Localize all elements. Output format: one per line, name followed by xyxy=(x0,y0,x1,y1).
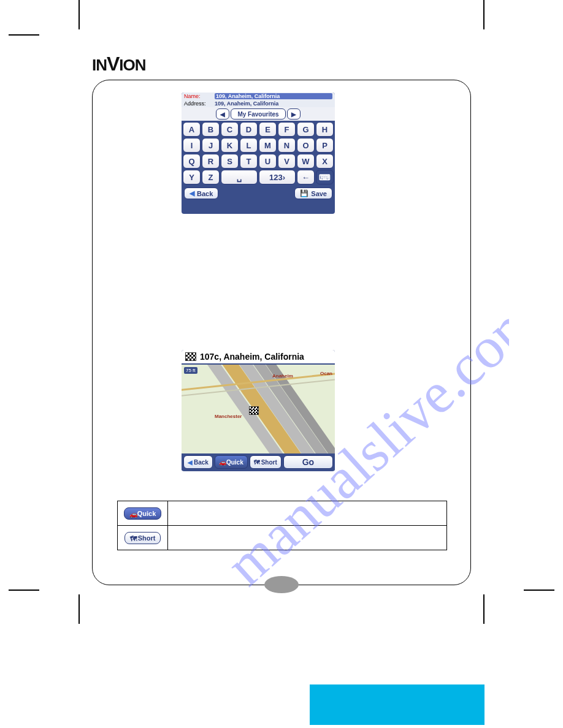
bottom-bar: ◀ Back 💾 Save xyxy=(182,186,335,201)
back-arrow-icon: ◀ xyxy=(188,459,193,466)
key-backspace[interactable]: ← xyxy=(297,170,315,184)
key-u[interactable]: U xyxy=(259,154,277,169)
destination-title: 107c, Anaheim, California xyxy=(200,352,304,362)
key-x[interactable]: X xyxy=(316,154,334,169)
key-t[interactable]: T xyxy=(240,154,258,169)
destination-title-bar: 107c, Anaheim, California xyxy=(182,350,335,365)
short-chip-label: Short xyxy=(138,534,156,542)
keyboard: A B C D E F G H I J K L M N O P Q R S T … xyxy=(182,121,335,186)
key-y[interactable]: Y xyxy=(183,170,201,184)
favourites-row: ◀ My Favourites ▶ xyxy=(182,107,335,121)
favourites-button[interactable]: My Favourites xyxy=(231,108,285,119)
quick-chip-label: Quick xyxy=(137,510,156,517)
address-label: Address: xyxy=(184,100,212,107)
crop-mark xyxy=(79,0,80,29)
key-d[interactable]: D xyxy=(240,122,258,137)
destination-flag-icon xyxy=(185,352,196,361)
route-icon: 🗺 xyxy=(254,459,260,465)
crop-mark xyxy=(483,0,484,29)
back-label: Back xyxy=(197,190,213,197)
map-back-button[interactable]: ◀ Back xyxy=(183,455,213,469)
page-frame: Name: 109, Anaheim, California Address: … xyxy=(92,80,471,585)
crop-mark xyxy=(483,594,484,624)
back-arrow-icon: ◀ xyxy=(190,189,194,197)
car-icon: 🚗 xyxy=(129,510,136,517)
key-s[interactable]: S xyxy=(221,154,239,169)
key-o[interactable]: O xyxy=(297,138,315,153)
map-area[interactable]: 75 ft Anaheim Ocan Manchester xyxy=(182,365,335,453)
map-label-ocean: Ocan xyxy=(320,371,332,376)
key-v[interactable]: V xyxy=(278,154,296,169)
icon-description-table: 🚗 Quick 🗺 Short xyxy=(117,501,447,550)
keyboard-screenshot: Name: 109, Anaheim, California Address: … xyxy=(182,93,335,214)
route-icon: 🗺 xyxy=(130,535,136,541)
quick-label: Quick xyxy=(226,459,243,466)
back-button[interactable]: ◀ Back xyxy=(184,188,218,199)
crop-mark xyxy=(79,594,80,624)
short-route-button[interactable]: 🗺 Short xyxy=(250,455,282,469)
key-r[interactable]: R xyxy=(202,154,220,169)
key-w[interactable]: W xyxy=(297,154,315,169)
key-p[interactable]: P xyxy=(316,138,334,153)
key-m[interactable]: M xyxy=(259,138,277,153)
key-n[interactable]: N xyxy=(278,138,296,153)
crop-mark xyxy=(9,34,39,36)
go-label: Go xyxy=(302,457,314,467)
quick-icon-cell: 🚗 Quick xyxy=(118,501,168,526)
short-description-cell xyxy=(168,526,447,550)
go-button[interactable]: Go xyxy=(283,455,333,469)
quick-route-button[interactable]: 🚗 Quick xyxy=(215,455,248,469)
scale-badge: 75 ft xyxy=(184,367,197,374)
key-l[interactable]: L xyxy=(240,138,258,153)
map-screenshot: 107c, Anaheim, California 75 ft Anaheim … xyxy=(182,350,335,471)
key-g[interactable]: G xyxy=(297,122,315,137)
key-q[interactable]: Q xyxy=(183,154,201,169)
key-k[interactable]: K xyxy=(221,138,239,153)
frame-tab-oval xyxy=(264,576,299,593)
key-h[interactable]: H xyxy=(316,122,334,137)
map-back-label: Back xyxy=(194,459,209,466)
save-icon: 💾 xyxy=(300,189,308,197)
brand-logo: INVION xyxy=(92,53,146,75)
quick-chip: 🚗 Quick xyxy=(124,507,162,520)
key-b[interactable]: B xyxy=(202,122,220,137)
name-value[interactable]: 109, Anaheim, California xyxy=(215,93,332,99)
save-label: Save xyxy=(311,190,327,197)
key-z[interactable]: Z xyxy=(202,170,220,184)
map-label-manchester: Manchester xyxy=(215,414,242,419)
crop-mark xyxy=(524,590,554,591)
name-label: Name: xyxy=(184,93,212,99)
key-j[interactable]: J xyxy=(202,138,220,153)
map-label-anaheim: Anaheim xyxy=(272,373,293,379)
map-bottom-bar: ◀ Back 🚗 Quick 🗺 Short Go xyxy=(182,453,335,471)
save-button[interactable]: 💾 Save xyxy=(294,188,332,199)
next-arrow-button[interactable]: ▶ xyxy=(287,108,301,119)
table-row: 🚗 Quick xyxy=(118,501,447,526)
address-row: Address: 109, Anaheim, California xyxy=(182,100,335,107)
destination-marker-icon xyxy=(249,406,259,415)
quick-description-cell xyxy=(168,501,447,526)
key-numeric[interactable]: 123› xyxy=(259,170,296,184)
short-icon-cell: 🗺 Short xyxy=(118,526,168,550)
short-chip: 🗺 Short xyxy=(124,532,161,544)
car-icon: 🚗 xyxy=(219,459,225,465)
key-c[interactable]: C xyxy=(221,122,239,137)
footer-color-block xyxy=(310,684,484,725)
key-f[interactable]: F xyxy=(278,122,296,137)
address-value: 109, Anaheim, California xyxy=(215,100,332,107)
key-space[interactable]: ␣ xyxy=(221,170,258,184)
table-row: 🗺 Short xyxy=(118,526,447,550)
short-label: Short xyxy=(261,459,277,466)
crop-mark xyxy=(9,590,39,591)
key-i[interactable]: I xyxy=(183,138,201,153)
key-a[interactable]: A xyxy=(183,122,201,137)
name-row: Name: 109, Anaheim, California xyxy=(182,93,335,100)
prev-arrow-button[interactable]: ◀ xyxy=(216,108,229,119)
key-keyboard-mode[interactable]: ⌨ xyxy=(316,170,334,184)
key-e[interactable]: E xyxy=(259,122,277,137)
